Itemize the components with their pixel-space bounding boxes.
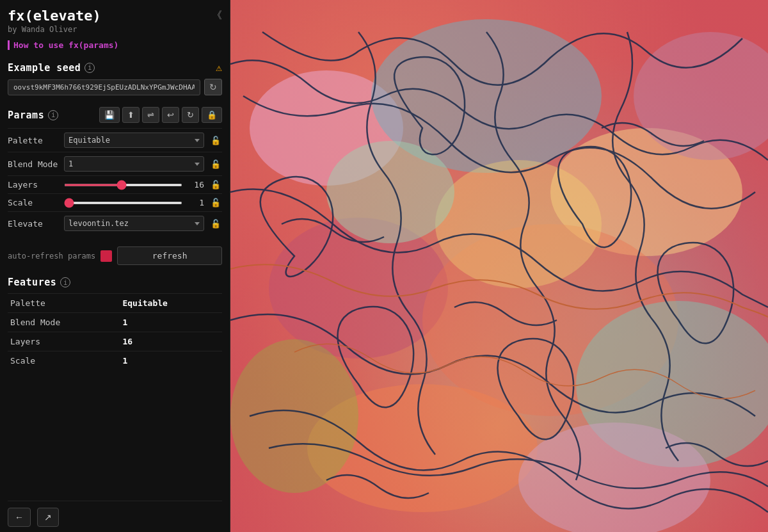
lock-all-button[interactable]: 🔒: [202, 107, 222, 123]
features-header: Features i: [8, 277, 222, 288]
param-row-palette: Palette Equitable Radiant Muted Bold 🔓: [8, 128, 222, 152]
seed-header: Example seed i ⚠: [8, 61, 222, 74]
title-row: fx(elevate) 《: [8, 8, 222, 24]
feature-value: 1: [120, 351, 222, 371]
scale-slider[interactable]: [64, 202, 182, 204]
shuffle-button[interactable]: ⇌: [142, 107, 159, 123]
seed-input-row: ↻: [8, 79, 222, 95]
params-header: Params i 💾 ⬆ ⇌ ↩ ↻ 🔒: [8, 107, 222, 123]
svg-point-15: [326, 141, 454, 243]
refresh-button[interactable]: refresh: [117, 246, 222, 265]
palette-lock-button[interactable]: 🔓: [209, 136, 222, 145]
elevate-control: levoontin.tez other.tez: [64, 216, 204, 231]
refresh-seed-button[interactable]: ↻: [204, 79, 222, 95]
blend-mode-control: 1 2 3 4: [64, 156, 204, 172]
artwork-svg: [230, 0, 768, 532]
scale-lock-button[interactable]: 🔓: [209, 198, 222, 207]
bottom-nav: ← ↗: [8, 501, 222, 527]
seed-section: Example seed i ⚠ ↻: [8, 59, 222, 95]
app-title: fx(elevate): [8, 8, 101, 24]
scale-value: 1: [186, 198, 204, 207]
layers-slider-wrapper: 16: [64, 180, 204, 189]
layers-value: 16: [186, 180, 204, 189]
save-button[interactable]: 💾: [99, 107, 120, 123]
seed-info-icon[interactable]: i: [84, 63, 95, 73]
params-toolbar: 💾 ⬆ ⇌ ↩ ↻ 🔒: [99, 107, 222, 123]
features-table: PaletteEquitableBlend Mode1Layers16Scale…: [8, 293, 222, 370]
palette-label: Palette: [8, 136, 59, 145]
scale-slider-wrapper: 1: [64, 198, 204, 207]
svg-point-14: [435, 160, 602, 288]
param-row-elevate: Elevate levoontin.tez other.tez 🔓: [8, 211, 222, 235]
params-info-icon[interactable]: i: [48, 110, 58, 120]
feature-row: Scale1: [8, 351, 222, 371]
blend-mode-select[interactable]: 1 2 3 4: [64, 156, 204, 172]
feature-value: 1: [120, 313, 222, 332]
feature-value: 16: [120, 332, 222, 351]
feature-row: Layers16: [8, 332, 222, 351]
seed-warn-icon: ⚠: [216, 61, 222, 74]
how-to-link[interactable]: How to use fx(params): [8, 40, 222, 50]
layers-slider[interactable]: [64, 184, 182, 186]
seed-input[interactable]: [8, 79, 200, 95]
seed-title: Example seed: [8, 62, 81, 74]
blend-mode-label: Blend Mode: [8, 159, 59, 169]
feature-label: Palette: [8, 294, 120, 313]
elevate-label: Elevate: [8, 219, 59, 229]
blend-mode-lock-button[interactable]: 🔓: [209, 159, 222, 169]
features-title: Features: [8, 277, 56, 288]
author-label: by Wanda Oliver: [8, 25, 222, 34]
param-row-blend-mode: Blend Mode 1 2 3 4 🔓: [8, 152, 222, 175]
elevate-lock-button[interactable]: 🔓: [209, 219, 222, 229]
param-row-layers: Layers 16 🔓: [8, 175, 222, 193]
auto-refresh-toggle[interactable]: [100, 250, 112, 262]
feature-row: Blend Mode1: [8, 313, 222, 332]
svg-point-7: [269, 218, 448, 359]
feature-label: Scale: [8, 351, 120, 371]
features-info-icon[interactable]: i: [60, 277, 70, 287]
refresh-row: auto-refresh params refresh: [8, 246, 222, 265]
redo-button[interactable]: ↻: [182, 107, 199, 123]
left-panel: fx(elevate) 《 by Wanda Oliver How to use…: [0, 0, 230, 532]
feature-label: Layers: [8, 332, 120, 351]
scale-label: Scale: [8, 198, 59, 207]
artwork-display: [230, 0, 768, 532]
palette-select[interactable]: Equitable Radiant Muted Bold: [64, 133, 204, 148]
feature-row: PaletteEquitable: [8, 294, 222, 313]
auto-refresh-label: auto-refresh params: [8, 252, 95, 261]
back-button[interactable]: ←: [8, 508, 31, 527]
palette-control: Equitable Radiant Muted Bold: [64, 133, 204, 148]
layers-lock-button[interactable]: 🔓: [209, 180, 222, 189]
collapse-button[interactable]: 《: [212, 9, 222, 22]
params-title: Params: [8, 109, 44, 121]
params-section: Params i 💾 ⬆ ⇌ ↩ ↻ 🔒 Palette Equitable R…: [8, 104, 222, 235]
external-link-button[interactable]: ↗: [37, 508, 59, 527]
feature-value: Equitable: [120, 294, 222, 313]
elevate-select[interactable]: levoontin.tez other.tez: [64, 216, 204, 231]
features-section: Features i PaletteEquitableBlend Mode1La…: [8, 274, 222, 370]
feature-label: Blend Mode: [8, 313, 120, 332]
upload-button[interactable]: ⬆: [122, 107, 140, 123]
layers-label: Layers: [8, 180, 59, 189]
right-panel: [230, 0, 768, 532]
param-row-scale: Scale 1 🔓: [8, 193, 222, 211]
undo-button[interactable]: ↩: [162, 107, 179, 123]
